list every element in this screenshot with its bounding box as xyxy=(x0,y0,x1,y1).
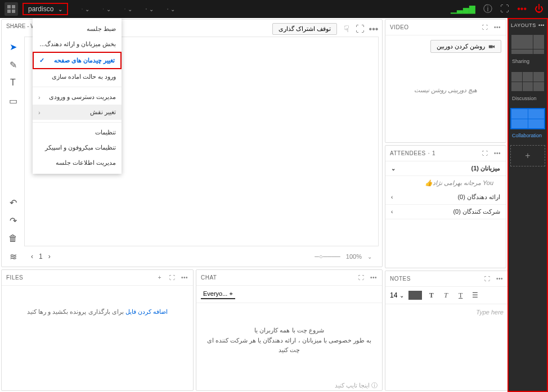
fullscreen-icon[interactable]: ⛶ xyxy=(481,150,489,157)
fullscreen-icon[interactable]: ⛶ xyxy=(356,25,364,33)
chat-empty-line1: شروع چت با همه کاربران یا xyxy=(205,326,373,336)
menu-item-change-role[interactable]: تغییر نقش‹ xyxy=(33,105,122,120)
text-tool[interactable]: T xyxy=(7,77,19,88)
more-icon[interactable]: ••• xyxy=(538,22,545,28)
prev-page-button[interactable]: ‹ xyxy=(31,253,33,260)
camera-icon[interactable]: ⌄ xyxy=(146,5,154,13)
bold-button[interactable]: T xyxy=(426,290,437,300)
more-icon[interactable]: ••• xyxy=(370,25,378,33)
more-icon[interactable]: ••• xyxy=(517,4,527,14)
menu-item-manage-access[interactable]: مدیریت دسترسی و ورودی‹ xyxy=(33,89,122,105)
thumbs-up-icon[interactable]: ⌄ xyxy=(167,5,175,13)
chevron-right-icon: › xyxy=(391,209,393,215)
menu-item-prepare-mode[interactable]: ورود به حالت اماده سازی xyxy=(33,69,122,84)
font-size-select[interactable]: 14 ⌄ xyxy=(390,291,404,299)
more-icon[interactable]: ••• xyxy=(496,275,504,283)
add-tab-icon[interactable]: + xyxy=(229,290,232,297)
chevron-down-icon: ⌄ xyxy=(58,6,62,12)
attendees-count: 1 xyxy=(432,150,435,156)
next-page-button[interactable]: › xyxy=(48,253,51,260)
bullet-list-button[interactable]: ☰ xyxy=(470,290,480,300)
layout-sharing[interactable] xyxy=(510,34,545,55)
files-pod-title: FILES xyxy=(6,274,23,281)
underline-button[interactable]: T xyxy=(456,290,466,300)
help-icon[interactable]: ⓘ xyxy=(483,3,492,15)
menu-item-preferences[interactable]: تنظیمات xyxy=(33,125,122,140)
more-icon[interactable]: ••• xyxy=(370,274,378,282)
redo-button[interactable]: ↷ xyxy=(7,215,19,226)
page-number: 1 xyxy=(39,253,43,260)
fullscreen-icon[interactable]: ⛶ xyxy=(357,274,365,282)
add-layout-button[interactable]: + xyxy=(510,145,545,166)
chat-pod: CHAT ⛶ ••• Everyo... + شروع چت با همه کا… xyxy=(196,269,383,391)
pointer-icon[interactable]: ☟ xyxy=(343,25,351,33)
notes-pod: NOTES ⛶ ••• 14 ⌄ T T T ☰ Type here xyxy=(385,271,509,391)
fullscreen-icon[interactable]: ⛶ xyxy=(483,275,491,283)
chevron-left-icon: ‹ xyxy=(38,109,41,116)
menu-item-record[interactable]: ضبط جلسه xyxy=(33,21,122,37)
color-swatch[interactable] xyxy=(408,291,422,300)
layers-button[interactable]: ≋ xyxy=(7,251,19,262)
no-camera-text: هیچ دوربینی روشن نیست xyxy=(390,87,501,94)
add-file-button[interactable]: + xyxy=(156,274,164,282)
attendee-user-row[interactable]: You مرجانه بهرامی نژاد 👍 xyxy=(385,176,506,190)
meeting-menu-trigger[interactable]: pardisco ⌄ xyxy=(23,3,68,15)
attendee-group-hosts[interactable]: میزبانان (1) ⌄ xyxy=(385,161,506,176)
fullscreen-icon[interactable]: ⛶ xyxy=(481,24,489,31)
mic-icon[interactable]: ⌄ xyxy=(124,5,132,13)
menu-item-manage-layouts[interactable]: تغییر چیدمان های صفحه✓ xyxy=(33,52,122,69)
chat-empty-line2: به طور خصوصی با میزبانان ، ارائه دهندگان… xyxy=(205,336,373,355)
undo-button[interactable]: ↶ xyxy=(7,197,19,208)
menu-item-meeting-info[interactable]: مدیریت اطلاعات جلسه xyxy=(33,155,122,170)
svg-rect-15 xyxy=(146,9,147,10)
svg-rect-13 xyxy=(125,8,125,9)
layouts-panel: LAYOUTS ••• Sharing Discussion Collabora… xyxy=(507,18,548,392)
grid-icon[interactable]: ⌄ xyxy=(82,5,89,13)
attendees-pod: ATTENDEES · 1 ⛶ ••• میزبانان (1) ⌄ You م… xyxy=(385,145,506,268)
attendee-group-participants[interactable]: شرکت کنندگان (0) › xyxy=(385,205,506,219)
chat-tab-everyone[interactable]: Everyo... + xyxy=(201,289,235,299)
shape-tool[interactable]: ▭ xyxy=(7,95,19,106)
pointer-tool[interactable]: ➤ xyxy=(7,41,19,52)
menu-item-audio-settings[interactable]: تنظیمات میکروفون و اسپیکر xyxy=(33,140,122,155)
svg-rect-16 xyxy=(489,45,493,48)
chat-pod-title: CHAT xyxy=(201,274,217,281)
svg-rect-3 xyxy=(12,10,15,13)
signal-icon: ▁▃▅▇ xyxy=(451,4,475,13)
svg-rect-0 xyxy=(7,5,11,8)
start-camera-button[interactable]: روشن کردن دوربین xyxy=(430,40,501,53)
svg-rect-1 xyxy=(12,5,15,8)
files-pod: FILES + ⛶ ••• اضافه کردن فایل برای بارگذ… xyxy=(1,269,194,391)
meeting-name: pardisco xyxy=(28,5,53,13)
zoom-slider-handle[interactable]: ─○──── xyxy=(315,253,340,260)
chevron-left-icon: ‹ xyxy=(38,94,41,101)
delete-button[interactable]: 🗑 xyxy=(7,233,19,244)
menu-item-host-presenter[interactable]: بخش میزبانان و ارائه دهندگ... xyxy=(33,37,122,52)
more-icon[interactable]: ••• xyxy=(493,150,501,157)
notes-textarea[interactable]: Type here xyxy=(385,304,508,320)
layout-collaboration[interactable] xyxy=(510,108,545,129)
top-bar: pardisco ⌄ ⌄ ⌄ ⌄ ⌄ ⌄ ▁▃▅▇ ⓘ ⛶ ••• ⏻ xyxy=(0,0,548,18)
video-pod: VIDEO ⛶ ••• روشن کردن دوربین هیچ دوربینی… xyxy=(385,19,506,143)
add-file-link[interactable]: اضافه کردن فایل xyxy=(125,308,168,315)
chevron-right-icon: › xyxy=(391,194,393,200)
fullscreen-icon[interactable]: ⛶ xyxy=(500,4,509,14)
italic-button[interactable]: T xyxy=(441,290,451,300)
chat-input[interactable]: اینجا تایپ کنید xyxy=(335,382,370,389)
layouts-title: LAYOUTS xyxy=(511,22,536,28)
fullscreen-icon[interactable]: ⛶ xyxy=(168,274,176,282)
pen-tool[interactable]: ✎ xyxy=(7,59,19,70)
thumbs-up-icon: 👍 xyxy=(425,179,433,187)
attendee-group-presenters[interactable]: ارائه دهندگان (0) › xyxy=(385,190,506,205)
notes-pod-title: NOTES xyxy=(390,276,411,282)
more-icon[interactable]: ••• xyxy=(493,24,501,31)
more-icon[interactable]: ••• xyxy=(181,274,188,282)
stop-sharing-button[interactable]: توقف اشتراک گذاری xyxy=(272,23,337,35)
speaker-icon[interactable]: ⌄ xyxy=(103,5,111,13)
layout-discussion[interactable] xyxy=(510,71,545,92)
power-icon[interactable]: ⏻ xyxy=(534,4,543,14)
check-icon: ✓ xyxy=(39,57,44,64)
meeting-dropdown-menu: ضبط جلسه بخش میزبانان و ارائه دهندگ... ت… xyxy=(33,18,122,174)
video-pod-title: VIDEO xyxy=(390,24,409,30)
zoom-value: 100% xyxy=(346,253,362,260)
